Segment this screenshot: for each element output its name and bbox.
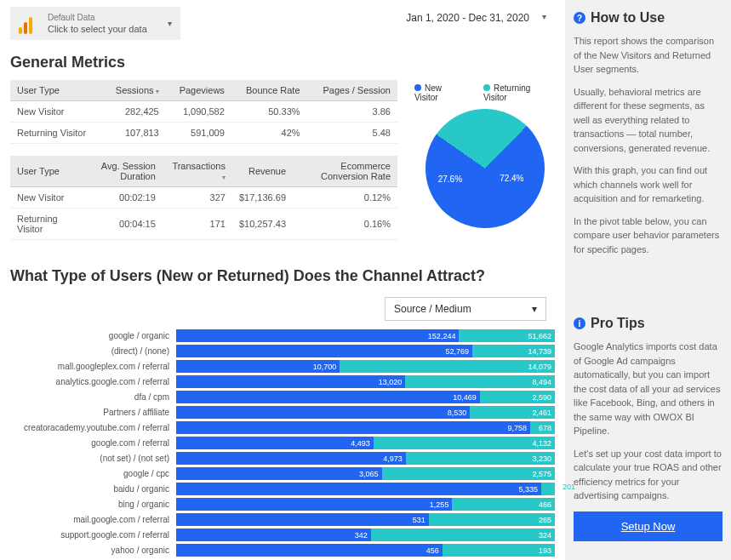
chevron-down-icon: ▾: [542, 12, 546, 21]
chevron-down-icon: ▾: [532, 303, 537, 315]
col-pageviews[interactable]: Pageviews: [166, 80, 231, 101]
col-rev[interactable]: Revenue: [232, 156, 293, 187]
col-tx[interactable]: Transactions: [163, 156, 232, 187]
metrics-table-1: User Type Sessions Pageviews Bounce Rate…: [10, 80, 397, 144]
data-source-label: Default Data: [48, 12, 147, 23]
bar-row: Partners / affiliate 8,530 2,461: [10, 406, 555, 419]
table-row: Returning Visitor00:04:15171$10,257.430.…: [10, 209, 397, 240]
col-user[interactable]: User Type: [10, 156, 81, 187]
legend-new: New Visitor: [414, 83, 466, 102]
protips-p2: Let's set up your cost data import to ca…: [574, 447, 722, 503]
protips-p1: Google Analytics imports cost data of Go…: [574, 340, 722, 438]
analytics-icon: [19, 14, 39, 34]
date-range-selector[interactable]: Jan 1, 2020 - Dec 31, 2020 ▾: [396, 7, 555, 40]
col-sessions[interactable]: Sessions: [102, 80, 166, 101]
bar-row: support.google.com / referral 342 324: [10, 529, 555, 541]
table-row: New Visitor282,4251,090,58250.33%3.86: [10, 101, 397, 123]
bar-row: baidu / organic 5,335 201: [10, 483, 555, 495]
bar-row: mall.googleplex.com / referral 10,700 14…: [10, 360, 555, 373]
channel-chart: Source / Medium ▾ google / organic 152,2…: [10, 294, 555, 560]
metrics-table-2: User Type Avg. Session Duration Transact…: [10, 156, 397, 240]
table-row: Returning Visitor107,813591,00942%5.48: [10, 123, 397, 144]
general-metrics-title: General Metrics: [10, 54, 555, 71]
col-pps[interactable]: Pages / Session: [307, 80, 397, 101]
howto-p1: This report shows the comparison of the …: [574, 34, 722, 77]
bar-row: google / cpc 3,065 2,575: [10, 467, 555, 480]
col-user[interactable]: User Type: [10, 80, 102, 101]
date-range-label: Jan 1, 2020 - Dec 31, 2020: [406, 12, 529, 24]
visitor-pie-chart: New Visitor Returning Visitor 27.6% 72.4…: [414, 80, 555, 252]
bar-row: (direct) / (none) 52,769 14,739: [10, 345, 555, 357]
bar-row: creatoracademy.youtube.com / referral 9,…: [10, 421, 555, 434]
bar-row: analytics.google.com / referral 13,020 8…: [10, 375, 555, 388]
bar-row: mail.google.com / referral 531 265: [10, 513, 555, 526]
bar-row: yahoo / organic 456 193: [10, 544, 555, 557]
data-source-selector[interactable]: Default Data Click to select your data ▾: [10, 7, 180, 40]
col-bounce[interactable]: Bounce Rate: [231, 80, 307, 101]
bar-row: bing / organic 1,255 466: [10, 498, 555, 511]
info-icon: i: [574, 317, 585, 329]
source-medium-label: Source / Medium: [394, 303, 471, 315]
source-medium-selector[interactable]: Source / Medium ▾: [385, 297, 546, 321]
howto-title: ?How to Use: [574, 10, 722, 26]
legend-returning: Returning Visitor: [483, 83, 555, 102]
setup-now-button[interactable]: Setup Now: [574, 511, 722, 541]
help-icon: ?: [574, 12, 585, 24]
bar-row: google.com / referral 4,493 4,132: [10, 437, 555, 449]
chevron-down-icon: ▾: [168, 19, 172, 28]
data-source-sub: Click to select your data: [48, 23, 147, 35]
howto-p3: With this graph, you can find out which …: [574, 163, 722, 206]
bar-row: dfa / cpm 10,469 2,590: [10, 391, 555, 403]
pie-slice-returning: 27.6%: [437, 174, 461, 184]
channel-chart-title: What Type of Users (New or Returned) Doe…: [10, 267, 555, 285]
col-dur[interactable]: Avg. Session Duration: [81, 156, 163, 187]
col-conv[interactable]: Ecommerce Conversion Rate: [293, 156, 397, 187]
bar-row: (not set) / (not set) 4,973 3,230: [10, 452, 555, 465]
bar-row: google / organic 152,244 51,662: [10, 329, 555, 342]
howto-p2: Usually, behavioral metrics are differen…: [574, 85, 722, 156]
table-row: New Visitor00:02:19327$17,136.690.12%: [10, 187, 397, 209]
howto-p4: In the pivot table below, you can compar…: [574, 214, 722, 257]
pie-slice-new: 72.4%: [499, 174, 523, 184]
protips-title: iPro Tips: [574, 316, 722, 331]
